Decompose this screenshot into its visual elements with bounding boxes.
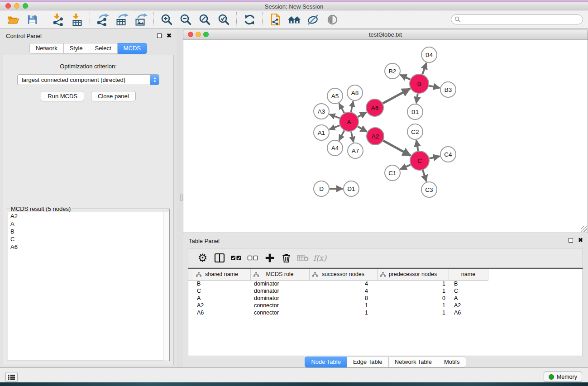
delete-table-button[interactable] xyxy=(295,249,311,267)
resize-grip-icon[interactable] xyxy=(581,226,587,232)
close-table-panel-icon[interactable]: ✖ xyxy=(578,238,583,243)
edge-A-A1[interactable] xyxy=(330,125,340,129)
table-cell[interactable]: dominator xyxy=(250,287,309,295)
result-scrollbar[interactable] xyxy=(163,212,169,361)
tab-style[interactable]: Style xyxy=(64,43,89,54)
refresh-view-button[interactable] xyxy=(242,11,257,28)
clone-network-button[interactable] xyxy=(268,11,283,28)
result-item[interactable]: C xyxy=(8,235,168,243)
table-cell[interactable]: 1 xyxy=(377,280,449,287)
edge-C-C1[interactable] xyxy=(400,165,411,169)
network-window-titlebar[interactable]: testGlobe.txt xyxy=(183,29,588,40)
table-cell[interactable]: A6 xyxy=(449,309,488,316)
edge-B-B3[interactable] xyxy=(429,86,440,88)
column-header-name[interactable]: name xyxy=(449,269,488,280)
tab-select[interactable]: Select xyxy=(89,43,118,54)
table-row[interactable]: A2connector11A2 xyxy=(188,302,583,309)
deselect-all-button[interactable] xyxy=(244,249,261,267)
tab-edge-table[interactable]: Edge Table xyxy=(347,357,389,367)
tab-network[interactable]: Network xyxy=(29,43,64,54)
table-row[interactable]: Cdominator41C xyxy=(188,287,583,295)
open-session-button[interactable] xyxy=(5,11,21,28)
edge-C-C2[interactable] xyxy=(416,140,418,151)
edge-A2-C[interactable] xyxy=(383,141,411,156)
float-table-panel-icon[interactable] xyxy=(569,238,573,243)
export-network-button[interactable] xyxy=(95,11,110,28)
table-cell[interactable]: 1 xyxy=(377,302,449,309)
column-header-predecessor-nodes[interactable]: predecessor nodes xyxy=(377,269,449,280)
edge-B-B2[interactable] xyxy=(400,75,410,80)
import-table-button[interactable] xyxy=(69,11,85,28)
edge-C-C4[interactable] xyxy=(430,156,440,158)
edge-B-B4[interactable] xyxy=(422,63,426,74)
edge-A-A8[interactable] xyxy=(351,101,353,112)
table-cell[interactable]: dominator xyxy=(250,280,309,287)
edge-A-A5[interactable] xyxy=(339,104,344,113)
home-view-button[interactable] xyxy=(287,11,302,28)
close-panel-icon[interactable]: ✖ xyxy=(167,33,172,38)
table-cell[interactable]: 0 xyxy=(377,295,449,302)
edge-C-C3[interactable] xyxy=(423,170,426,181)
split-table-button[interactable] xyxy=(211,249,228,267)
vizmapper-button[interactable] xyxy=(306,11,321,28)
import-network-button[interactable] xyxy=(50,11,66,28)
table-cell[interactable]: 4 xyxy=(309,280,377,287)
table-cell[interactable]: dominator xyxy=(250,295,309,302)
table-cell[interactable]: 1 xyxy=(309,302,377,309)
tab-motifs[interactable]: Motifs xyxy=(438,357,466,367)
tab-network-table[interactable]: Network Table xyxy=(389,357,438,367)
table-settings-button[interactable]: ⚙ xyxy=(194,249,211,267)
run-mcds-button[interactable]: Run MCDS xyxy=(41,91,84,101)
tab-mcds[interactable]: MCDS xyxy=(118,43,147,54)
search-input[interactable] xyxy=(451,14,583,24)
table-cell[interactable]: connector xyxy=(250,302,309,309)
table-cell[interactable]: C xyxy=(449,287,488,295)
select-stepper-icon[interactable] xyxy=(150,75,159,85)
table-cell[interactable]: connector xyxy=(250,309,309,316)
table-cell[interactable]: B xyxy=(449,280,488,287)
result-item[interactable]: B xyxy=(8,228,168,235)
edge-A-A3[interactable] xyxy=(330,114,340,119)
table-row[interactable]: Adominator80A xyxy=(188,295,583,302)
tab-node-table[interactable]: Node Table xyxy=(305,357,347,367)
edge-A6-B[interactable] xyxy=(383,89,410,104)
function-builder-button[interactable]: f(x) xyxy=(311,249,328,267)
export-table-button[interactable] xyxy=(114,11,129,28)
edge-A-A7[interactable] xyxy=(351,132,354,143)
result-item[interactable]: A xyxy=(8,220,168,228)
table-cell[interactable]: 1 xyxy=(309,309,377,316)
zoom-selected-button[interactable] xyxy=(216,11,231,28)
criterion-select[interactable]: largest connected component (directed) xyxy=(17,74,159,85)
table-cell[interactable]: B xyxy=(193,280,250,287)
task-history-button[interactable] xyxy=(5,372,18,382)
column-header-MCDS-role[interactable]: MCDS role xyxy=(250,269,309,280)
window-titlebar[interactable]: Session: New Session xyxy=(0,2,588,10)
table-cell[interactable]: A2 xyxy=(193,302,250,309)
table-cell[interactable]: A2 xyxy=(449,302,488,309)
table-cell[interactable]: 1 xyxy=(377,309,449,316)
select-all-button[interactable] xyxy=(228,249,244,267)
result-item[interactable]: A6 xyxy=(8,243,168,251)
column-header-shared-name[interactable]: shared name xyxy=(193,269,250,280)
table-cell[interactable]: A xyxy=(193,295,250,302)
edge-B-B1[interactable] xyxy=(416,94,418,103)
edge-A-A6[interactable] xyxy=(358,112,366,117)
zoom-fit-button[interactable] xyxy=(197,11,212,28)
table-cell[interactable]: A6 xyxy=(193,309,250,316)
export-image-button[interactable] xyxy=(133,11,148,28)
table-row[interactable]: Bdominator41B xyxy=(188,280,583,287)
table-cell[interactable]: 4 xyxy=(309,287,377,295)
close-panel-button[interactable]: Close panel xyxy=(91,91,136,101)
vertical-splitter-handle[interactable] xyxy=(180,194,183,201)
table-cell[interactable]: 8 xyxy=(309,295,377,302)
delete-column-button[interactable] xyxy=(278,249,295,267)
zoom-out-button[interactable] xyxy=(178,11,193,28)
table-cell[interactable]: C xyxy=(193,287,250,295)
memory-button[interactable]: Memory xyxy=(544,372,582,382)
result-item[interactable]: A2 xyxy=(8,212,168,220)
table-cell[interactable]: 1 xyxy=(377,287,449,295)
network-canvas[interactable]: B4B2BB3A8A5A6A3B1AC2A1A2A4A7C4CC1C3DD1 xyxy=(183,40,588,233)
save-session-button[interactable] xyxy=(24,11,40,28)
table-row[interactable]: A6connector11A6 xyxy=(188,309,583,316)
add-column-button[interactable] xyxy=(261,249,278,267)
